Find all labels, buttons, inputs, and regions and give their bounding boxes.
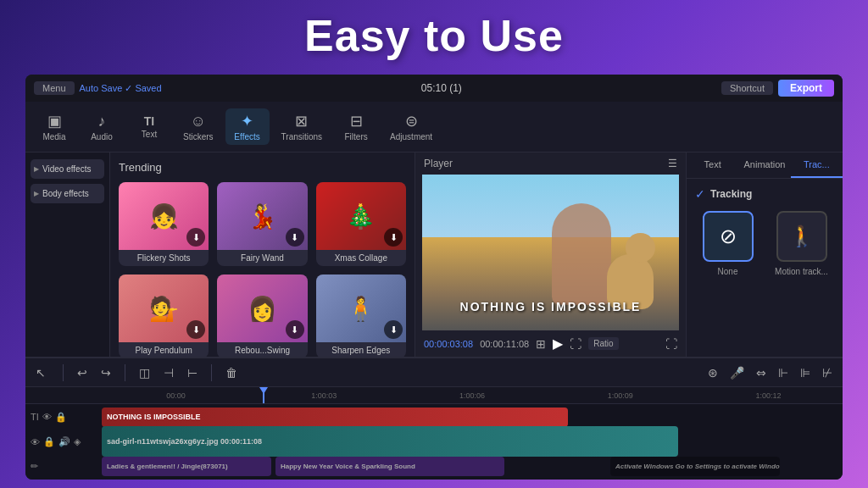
effect-fairy-wand[interactable]: 💃 ⬇ Fairy Wand — [217, 182, 307, 266]
video-clip[interactable]: sad-girl-n11wtswja26xg6yz.jpg 00:00:11:0… — [102, 426, 678, 457]
tool-stickers-label: Stickers — [183, 132, 214, 141]
timeline-ruler: 00:00 1:00:03 1:00:06 1:00:09 1:00:12 — [25, 387, 843, 404]
effect-play-pendulum[interactable]: 💁 ⬇ Play Pendulum — [119, 274, 209, 357]
topbar-right: Shortcut Export — [721, 80, 834, 97]
tool-text[interactable]: TI Text — [127, 111, 171, 142]
download-icon[interactable]: ⬇ — [384, 320, 403, 339]
ruler-mark-2: 1:00:06 — [398, 391, 547, 400]
tl-split2-icon[interactable]: ⊩ — [775, 364, 792, 381]
filters-icon: ⊟ — [350, 112, 363, 130]
tool-transitions[interactable]: ⊠ Transitions — [273, 108, 331, 145]
effect-flickery-shots[interactable]: 👧 ⬇ Flickery Shots — [119, 182, 209, 266]
text-clip[interactable]: NOTHING IS IMPOSSIBLE — [102, 408, 568, 427]
tl-delete-icon[interactable]: 🗑 — [222, 364, 241, 381]
crop-icon[interactable]: ⛶ — [570, 337, 581, 351]
video-track-lock-icon[interactable]: 🔒 — [43, 436, 55, 447]
tool-adjustment[interactable]: ⊜ Adjustment — [381, 108, 441, 145]
media-icon: ▣ — [47, 112, 62, 130]
effects-icon: ✦ — [241, 112, 253, 130]
export-button[interactable]: Export — [778, 80, 834, 97]
player-menu-icon[interactable]: ☰ — [668, 158, 677, 169]
eye-icon[interactable]: 👁 — [42, 412, 52, 422]
download-icon[interactable]: ⬇ — [384, 228, 403, 247]
video-text-overlay: NOTHING IS IMPOSSIBLE — [460, 300, 642, 313]
timeline-toolbar: ↖ ↩ ↪ ◫ ⊣ ⊢ 🗑 ⊛ 🎤 ⇔ ⊩ ⊫ ⊬ — [25, 358, 843, 387]
tl-select-tools: ↖ — [32, 364, 49, 381]
tl-split-icon[interactable]: ◫ — [136, 364, 153, 381]
adjustment-icon: ⊜ — [405, 112, 418, 130]
tool-media[interactable]: ▣ Media — [32, 108, 76, 145]
text-track-controls: TI 👁 🔒 — [25, 412, 102, 423]
player-video: NOTHING IS IMPOSSIBLE — [422, 175, 679, 330]
effect-sharpen-edges[interactable]: 🧍 ⬇ Sharpen Edges — [316, 274, 406, 357]
menu-button[interactable]: Menu — [34, 81, 75, 95]
play-button[interactable]: ▶ — [553, 336, 563, 352]
text-track-content: NOTHING IS IMPOSSIBLE — [102, 408, 843, 427]
fullscreen-button[interactable]: ⛶ — [665, 337, 677, 351]
tl-mic-icon[interactable]: 🎤 — [726, 364, 748, 381]
tracking-section: ✓ Tracking ⊘ None 🚶 Motion track.. — [687, 179, 843, 285]
tracking-label: Tracking — [710, 188, 752, 200]
video-track-eye-icon[interactable]: 👁 — [31, 437, 40, 447]
tl-expand-icon[interactable]: ⊫ — [797, 364, 814, 381]
tab-tracking[interactable]: Trac... — [791, 152, 843, 178]
tracking-none-button[interactable]: ⊘ — [703, 211, 754, 262]
tool-stickers[interactable]: ☺ Stickers — [175, 109, 222, 145]
effect-flickery-shots-label: Flickery Shots — [119, 250, 209, 266]
effect-xmas-collage[interactable]: 🎄 ⬇ Xmas Collage — [316, 182, 406, 266]
download-icon[interactable]: ⬇ — [286, 320, 304, 339]
tool-audio[interactable]: ♪ Audio — [80, 109, 124, 145]
text-icon: TI — [144, 114, 154, 128]
video-effects-button[interactable]: Video effects — [31, 159, 104, 179]
tool-transitions-label: Transitions — [281, 132, 323, 141]
tl-magnet-icon[interactable]: ⊛ — [704, 364, 721, 381]
tool-effects[interactable]: ✦ Effects — [225, 108, 270, 145]
tool-adjustment-label: Adjustment — [390, 132, 432, 141]
effect-play-pendulum-label: Play Pendulum — [119, 342, 209, 357]
effects-panel: Video effects Body effects Trending 👧 ⬇ … — [25, 152, 415, 357]
tool-bar: ▣ Media ♪ Audio TI Text ☺ Stickers ✦ Eff… — [25, 102, 843, 152]
video-track-content: sad-girl-n11wtswja26xg6yz.jpg 00:00:11:0… — [102, 430, 843, 454]
tab-text[interactable]: Text — [687, 152, 738, 178]
audio-edit-icon[interactable]: ✏ — [31, 461, 38, 472]
tool-media-label: Media — [42, 132, 65, 141]
tl-settings-icon[interactable]: ⊬ — [819, 364, 836, 381]
download-icon[interactable]: ⬇ — [286, 228, 304, 247]
right-panel: Text Animation Trac... ✓ Tracking ⊘ None — [686, 152, 843, 357]
tl-trim-right-icon[interactable]: ⊢ — [184, 364, 201, 381]
tl-undo-icon[interactable]: ↩ — [74, 364, 91, 381]
playhead[interactable] — [263, 387, 264, 403]
ctrl-icons: ⊞ — [536, 337, 546, 351]
audio-clip-2[interactable]: Happy New Year Voice & Sparkling Sound — [275, 457, 504, 476]
audio-track-row: ✏ Ladies & gentlemen!! / Jingle(873071) … — [25, 457, 843, 476]
tracking-motion-button[interactable]: 🚶 — [776, 211, 827, 262]
activate-text: Activate Windows Go to Settings to activ… — [615, 463, 780, 470]
effects-side-nav: Video effects Body effects — [25, 152, 110, 357]
player-controls: 00:00:03:08 00:00:11:08 ⊞ ▶ ⛶ Ratio ⛶ — [415, 330, 686, 357]
text-track-row: TI 👁 🔒 NOTHING IS IMPOSSIBLE — [25, 408, 843, 427]
tool-filters[interactable]: ⊟ Filters — [334, 108, 378, 145]
tl-redo-icon[interactable]: ↪ — [97, 364, 114, 381]
tl-link-icon[interactable]: ⇔ — [753, 364, 770, 381]
effect-sharpen-edges-label: Sharpen Edges — [316, 342, 406, 357]
video-track-audio-icon[interactable]: 🔊 — [58, 436, 70, 447]
ruler-marks: 00:00 1:00:03 1:00:06 1:00:09 1:00:12 — [102, 391, 843, 400]
video-track-vol-icon[interactable]: ◈ — [74, 436, 81, 447]
audio-icon: ♪ — [98, 113, 106, 130]
shortcut-button[interactable]: Shortcut — [721, 81, 773, 95]
video-track-controls: 👁 🔒 🔊 ◈ — [25, 436, 102, 447]
grid-icon[interactable]: ⊞ — [536, 337, 546, 351]
tab-animation[interactable]: Animation — [738, 152, 790, 178]
audio-clip-1[interactable]: Ladies & gentlemen!! / Jingle(873071) — [102, 457, 271, 476]
tl-separator-2 — [125, 364, 125, 381]
tl-trim-left-icon[interactable]: ⊣ — [160, 364, 177, 381]
lock-icon[interactable]: 🔒 — [55, 412, 67, 423]
tl-separator-3 — [211, 364, 212, 381]
app-container: Menu Auto Save ✓ Saved 05:10 (1) Shortcu… — [25, 75, 843, 480]
ratio-button[interactable]: Ratio — [588, 337, 618, 350]
timeline-area: ↖ ↩ ↪ ◫ ⊣ ⊢ 🗑 ⊛ 🎤 ⇔ ⊩ ⊫ ⊬ 00:00 — [25, 357, 843, 480]
effect-rebou-swing[interactable]: 👩 ⬇ Rebou...Swing — [217, 274, 307, 357]
body-effects-button[interactable]: Body effects — [31, 184, 104, 203]
tool-filters-label: Filters — [344, 132, 367, 141]
tl-cursor-icon[interactable]: ↖ — [32, 364, 49, 381]
